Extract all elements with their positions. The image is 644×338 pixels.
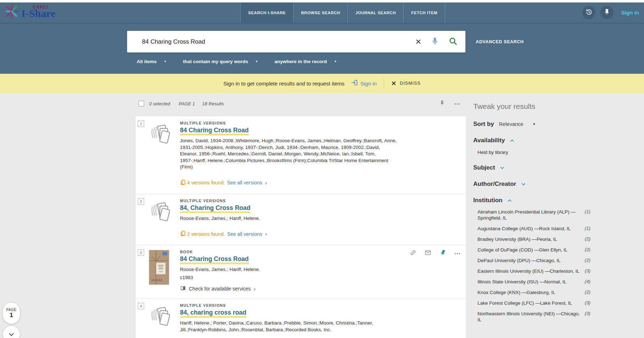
- see-all-versions-link[interactable]: See all versions: [227, 231, 262, 237]
- availability-label: Check for available services: [189, 286, 251, 292]
- header-sign-in-link[interactable]: Sign in: [621, 10, 639, 16]
- chevron-right-icon: ›: [265, 180, 267, 186]
- result-item-3: 3: [136, 245, 466, 298]
- result-title-link[interactable]: 84 Charing Cross Road: [180, 255, 249, 264]
- result-number: 4: [138, 303, 144, 309]
- result-item-2: 2 MULTIPLE VERSIONS 84, Charing Cross Ro…: [136, 194, 466, 245]
- institution-count: (3): [585, 300, 590, 305]
- facet-subject-header[interactable]: Subject: [473, 164, 590, 171]
- header-actions: Sign in: [582, 2, 639, 23]
- institution-name: DePaul University (DPU) —Chicago, IL: [477, 257, 581, 264]
- result-authors: Roose-Evans, James.; Hanff, Helene.: [180, 215, 397, 222]
- book-icon: [180, 285, 186, 293]
- result-title-link[interactable]: 84, charing cross road: [180, 309, 246, 318]
- result-type-label: MULTIPLE VERSIONS: [180, 121, 397, 125]
- result-title-link[interactable]: 84 Charing Cross Road: [180, 127, 249, 135]
- facet-institution-title: Institution: [473, 197, 502, 204]
- institution-facet[interactable]: DePaul University (DPU) —Chicago, IL (2): [477, 257, 590, 264]
- clear-search-icon[interactable]: ✕: [415, 38, 421, 45]
- nav-fetch-item[interactable]: FETCH ITEM: [403, 2, 445, 23]
- result-type-label: MULTIPLE VERSIONS: [180, 199, 397, 203]
- carli-ishare-logo[interactable]: CARLI I-Share: [4, 4, 55, 20]
- tweak-results-sidebar: Tweak your results Sort by Relevance ▼ A…: [473, 102, 590, 327]
- institution-count: (2): [585, 289, 590, 295]
- result-item-1: 1 MULTIPLE VERSIONS 84 Charing Cross Roa…: [136, 116, 466, 194]
- result-item-4: 4 MULTIPLE VERSIONS 84, charing cross ro…: [136, 298, 466, 338]
- more-options-icon[interactable]: •••: [454, 101, 461, 106]
- institution-name: Lake Forest College (LFC) —Lake Forest, …: [477, 300, 581, 306]
- banner-message: Sign in to get complete results and to r…: [223, 81, 344, 87]
- nav-browse-search[interactable]: BROWSE SEARCH: [293, 2, 348, 23]
- institution-name: Abraham Lincoln Presidential Library (AL…: [477, 209, 581, 221]
- microphone-icon[interactable]: [431, 37, 439, 47]
- institution-facet-list: Abraham Lincoln Presidential Library (AL…: [477, 209, 590, 323]
- dismiss-button[interactable]: ✕ DISMISS: [391, 80, 421, 87]
- institution-facet[interactable]: Northeastern Illinois University (NEI) —…: [477, 311, 590, 323]
- institution-facet[interactable]: Augustana College (AUG) —Rock Island, IL…: [477, 226, 590, 232]
- pin-icon[interactable]: [440, 249, 446, 257]
- results-list: 1 MULTIPLE VERSIONS 84 Charing Cross Roa…: [136, 116, 466, 338]
- institution-name: Illinois State University (ISU) —Normal,…: [477, 279, 581, 285]
- sidebar-title: Tweak your results: [473, 102, 590, 111]
- more-options-icon[interactable]: •••: [454, 251, 461, 256]
- institution-count: (3): [585, 311, 590, 316]
- institution-name: Bradley University (BRA) —Peoria, IL: [477, 236, 581, 242]
- result-number: 3: [138, 249, 144, 256]
- facet-institution-header[interactable]: Institution: [473, 197, 590, 204]
- institution-facet[interactable]: Abraham Lincoln Presidential Library (AL…: [477, 209, 590, 221]
- chevron-down-icon: [9, 331, 14, 338]
- multiple-versions-thumbnail-icon: [149, 199, 171, 229]
- top-header: CARLI I-Share SEARCH I-SHARE BROWSE SEAR…: [0, 2, 644, 23]
- result-authors: Jones, David, 1934-2008.;Whitemore, Hugh…: [180, 138, 397, 171]
- logo-text: CARLI I-Share: [21, 5, 55, 20]
- sort-by-label: Sort by: [473, 121, 494, 128]
- institution-facet[interactable]: Lake Forest College (LFC) —Lake Forest, …: [477, 300, 590, 306]
- sort-dropdown[interactable]: Relevance: [499, 121, 524, 127]
- banner-sign-in-button[interactable]: Sign in: [351, 79, 377, 88]
- search-history-button[interactable]: [582, 6, 595, 19]
- facet-availability-header[interactable]: Availability: [473, 137, 590, 144]
- caret-down-icon: ▼: [334, 60, 337, 63]
- availability-link[interactable]: Check for available services ›: [180, 285, 397, 298]
- scope-dropdown-items[interactable]: All items ▼: [137, 59, 167, 64]
- institution-name: Augustana College (AUG) —Rock Island, IL: [477, 226, 581, 232]
- caret-down-icon[interactable]: ▼: [533, 122, 536, 126]
- select-all-checkbox[interactable]: [138, 101, 144, 106]
- versions-found-text: 4 versions found.: [187, 180, 225, 185]
- facet-held-by-library[interactable]: Held by library: [477, 150, 590, 155]
- institution-facet[interactable]: Illinois State University (ISU) —Normal,…: [477, 279, 590, 285]
- banner-divider: [384, 78, 384, 88]
- sign-in-icon: [351, 79, 358, 88]
- institution-facet[interactable]: Knox College (KNX) —Galesburg, IL (2): [477, 289, 590, 295]
- email-icon[interactable]: [425, 249, 431, 257]
- institution-name: Knox College (KNX) —Galesburg, IL: [477, 289, 581, 295]
- result-type-label: MULTIPLE VERSIONS: [180, 303, 397, 307]
- search-input[interactable]: [127, 38, 415, 45]
- institution-facet[interactable]: Eastern Illinois University (EIU) —Charl…: [477, 268, 590, 274]
- advanced-search-link[interactable]: ADVANCED SEARCH: [476, 31, 524, 52]
- caret-down-icon: ▼: [255, 60, 258, 63]
- facet-author-title: Author/Creator: [473, 181, 516, 188]
- institution-facet[interactable]: Bradley University (BRA) —Peoria, IL (2): [477, 236, 590, 242]
- institution-facet[interactable]: College of DuPage (COD) —Glen Ellyn, IL …: [477, 247, 590, 253]
- institution-count: (3): [585, 268, 590, 273]
- see-all-versions-link[interactable]: See all versions: [227, 180, 262, 185]
- scope-dropdown-contains[interactable]: that contain my query words ▼: [183, 59, 258, 64]
- pinned-items-button[interactable]: [600, 6, 613, 19]
- facet-author-header[interactable]: Author/Creator: [473, 181, 590, 188]
- permalink-icon[interactable]: [410, 249, 416, 257]
- scroll-down-button[interactable]: [3, 326, 20, 338]
- result-title-link[interactable]: 84, Charing Cross Road: [180, 204, 250, 213]
- search-scope-bar: All items ▼ that contain my query words …: [137, 59, 353, 64]
- browser-edge: [0, 0, 644, 2]
- dismiss-label: DISMISS: [400, 81, 420, 86]
- nav-journal-search[interactable]: JOURNAL SEARCH: [348, 2, 403, 23]
- nav-search-ishare[interactable]: SEARCH I-SHARE: [240, 2, 293, 23]
- versions-row: 4 versions found. See all versions ›: [180, 179, 397, 194]
- scope-dropdown-where[interactable]: anywhere in the record ▼: [274, 59, 337, 64]
- search-icon[interactable]: [448, 37, 458, 47]
- pin-icon[interactable]: [439, 100, 445, 107]
- scope-where-label: anywhere in the record: [274, 59, 327, 64]
- history-icon: [585, 9, 593, 17]
- chevron-down-icon: [500, 166, 504, 170]
